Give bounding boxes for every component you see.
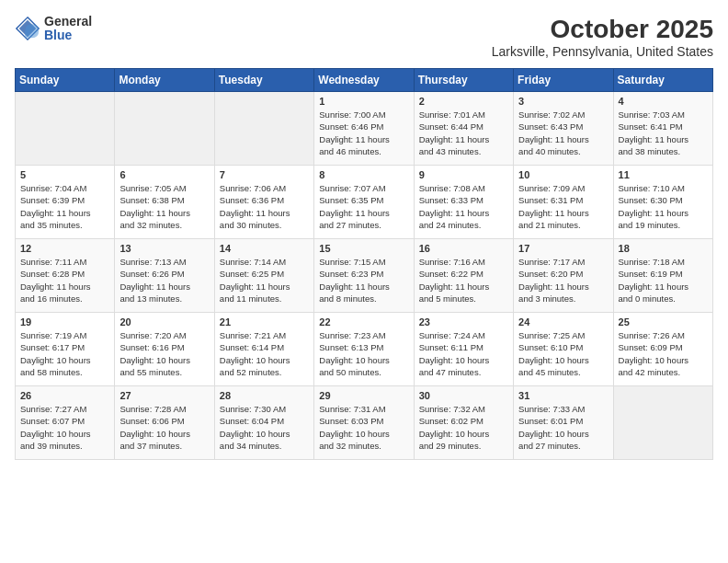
calendar-cell: 1Sunrise: 7:00 AMSunset: 6:46 PMDaylight… (314, 92, 414, 166)
calendar-week-row: 19Sunrise: 7:19 AMSunset: 6:17 PMDayligh… (16, 313, 713, 386)
day-number: 18 (619, 243, 708, 254)
logo-icon (15, 16, 40, 41)
cell-content: Sunrise: 7:18 AMSunset: 6:19 PMDaylight:… (619, 256, 708, 304)
day-header-wednesday: Wednesday (314, 69, 414, 92)
calendar-cell: 13Sunrise: 7:13 AMSunset: 6:26 PMDayligh… (115, 239, 214, 313)
calendar-cell: 20Sunrise: 7:20 AMSunset: 6:16 PMDayligh… (115, 313, 214, 386)
calendar-week-row: 12Sunrise: 7:11 AMSunset: 6:28 PMDayligh… (16, 239, 713, 313)
day-number: 21 (220, 316, 309, 327)
calendar-cell: 27Sunrise: 7:28 AMSunset: 6:06 PMDayligh… (115, 386, 214, 460)
cell-content: Sunrise: 7:31 AMSunset: 6:03 PMDaylight:… (319, 403, 408, 452)
day-number: 15 (319, 243, 408, 254)
calendar-cell: 21Sunrise: 7:21 AMSunset: 6:14 PMDayligh… (214, 313, 313, 386)
calendar-cell: 11Sunrise: 7:10 AMSunset: 6:30 PMDayligh… (613, 166, 712, 239)
calendar-table: SundayMondayTuesdayWednesdayThursdayFrid… (15, 68, 713, 460)
logo-general: General (44, 15, 92, 29)
day-number: 8 (319, 169, 408, 180)
calendar-cell: 8Sunrise: 7:07 AMSunset: 6:35 PMDaylight… (314, 166, 414, 239)
day-number: 1 (319, 96, 408, 107)
calendar-cell: 5Sunrise: 7:04 AMSunset: 6:39 PMDaylight… (16, 166, 115, 239)
day-number: 16 (419, 243, 508, 254)
day-number: 28 (220, 390, 309, 401)
day-number: 27 (119, 390, 209, 401)
calendar-cell (115, 92, 214, 166)
title-block: October 2025 Larksville, Pennsylvania, U… (492, 15, 713, 59)
calendar-cell: 2Sunrise: 7:01 AMSunset: 6:44 PMDaylight… (414, 92, 513, 166)
cell-content: Sunrise: 7:08 AMSunset: 6:33 PMDaylight:… (419, 182, 508, 231)
calendar-cell: 29Sunrise: 7:31 AMSunset: 6:03 PMDayligh… (314, 386, 414, 460)
calendar-week-row: 5Sunrise: 7:04 AMSunset: 6:39 PMDaylight… (16, 166, 713, 239)
calendar-cell: 19Sunrise: 7:19 AMSunset: 6:17 PMDayligh… (16, 313, 115, 386)
cell-content: Sunrise: 7:01 AMSunset: 6:44 PMDaylight:… (419, 109, 508, 157)
logo: General Blue (15, 15, 92, 43)
cell-content: Sunrise: 7:17 AMSunset: 6:20 PMDaylight:… (518, 256, 608, 304)
logo-blue: Blue (44, 29, 92, 42)
day-number: 24 (518, 316, 608, 327)
calendar-cell (214, 92, 313, 166)
logo-text: General Blue (44, 15, 92, 43)
cell-content: Sunrise: 7:10 AMSunset: 6:30 PMDaylight:… (619, 182, 708, 231)
calendar-cell: 24Sunrise: 7:25 AMSunset: 6:10 PMDayligh… (514, 313, 613, 386)
calendar-cell: 26Sunrise: 7:27 AMSunset: 6:07 PMDayligh… (16, 386, 115, 460)
day-number: 13 (119, 243, 209, 254)
calendar-header-row: SundayMondayTuesdayWednesdayThursdayFrid… (16, 69, 713, 92)
cell-content: Sunrise: 7:05 AMSunset: 6:38 PMDaylight:… (119, 182, 209, 231)
day-number: 5 (20, 169, 109, 180)
cell-content: Sunrise: 7:02 AMSunset: 6:43 PMDaylight:… (518, 109, 608, 157)
cell-content: Sunrise: 7:16 AMSunset: 6:22 PMDaylight:… (419, 256, 508, 304)
cell-content: Sunrise: 7:20 AMSunset: 6:16 PMDaylight:… (119, 329, 209, 378)
calendar-cell: 23Sunrise: 7:24 AMSunset: 6:11 PMDayligh… (414, 313, 513, 386)
cell-content: Sunrise: 7:04 AMSunset: 6:39 PMDaylight:… (20, 182, 109, 231)
cell-content: Sunrise: 7:09 AMSunset: 6:31 PMDaylight:… (518, 182, 608, 231)
calendar-cell: 28Sunrise: 7:30 AMSunset: 6:04 PMDayligh… (214, 386, 313, 460)
cell-content: Sunrise: 7:32 AMSunset: 6:02 PMDaylight:… (419, 403, 508, 452)
calendar-cell: 22Sunrise: 7:23 AMSunset: 6:13 PMDayligh… (314, 313, 414, 386)
cell-content: Sunrise: 7:11 AMSunset: 6:28 PMDaylight:… (20, 256, 109, 304)
cell-content: Sunrise: 7:15 AMSunset: 6:23 PMDaylight:… (319, 256, 408, 304)
calendar-cell: 25Sunrise: 7:26 AMSunset: 6:09 PMDayligh… (613, 313, 712, 386)
calendar-cell: 3Sunrise: 7:02 AMSunset: 6:43 PMDaylight… (514, 92, 613, 166)
calendar-cell: 10Sunrise: 7:09 AMSunset: 6:31 PMDayligh… (514, 166, 613, 239)
calendar-cell: 12Sunrise: 7:11 AMSunset: 6:28 PMDayligh… (16, 239, 115, 313)
calendar-cell (16, 92, 115, 166)
cell-content: Sunrise: 7:23 AMSunset: 6:13 PMDaylight:… (319, 329, 408, 378)
cell-content: Sunrise: 7:30 AMSunset: 6:04 PMDaylight:… (220, 403, 309, 452)
calendar-cell: 4Sunrise: 7:03 AMSunset: 6:41 PMDaylight… (613, 92, 712, 166)
day-number: 31 (518, 390, 608, 401)
cell-content: Sunrise: 7:21 AMSunset: 6:14 PMDaylight:… (220, 329, 309, 378)
day-number: 10 (518, 169, 608, 180)
day-number: 12 (20, 243, 109, 254)
day-number: 6 (119, 169, 209, 180)
calendar-title: October 2025 (492, 15, 713, 44)
calendar-cell: 6Sunrise: 7:05 AMSunset: 6:38 PMDaylight… (115, 166, 214, 239)
cell-content: Sunrise: 7:19 AMSunset: 6:17 PMDaylight:… (20, 329, 109, 378)
day-number: 25 (619, 316, 708, 327)
calendar-week-row: 26Sunrise: 7:27 AMSunset: 6:07 PMDayligh… (16, 386, 713, 460)
cell-content: Sunrise: 7:00 AMSunset: 6:46 PMDaylight:… (319, 109, 408, 157)
day-number: 7 (220, 169, 309, 180)
cell-content: Sunrise: 7:13 AMSunset: 6:26 PMDaylight:… (119, 256, 209, 304)
day-number: 4 (619, 96, 708, 107)
cell-content: Sunrise: 7:24 AMSunset: 6:11 PMDaylight:… (419, 329, 508, 378)
page-header: General Blue October 2025 Larksville, Pe… (15, 15, 713, 59)
day-number: 11 (619, 169, 708, 180)
calendar-cell: 18Sunrise: 7:18 AMSunset: 6:19 PMDayligh… (613, 239, 712, 313)
calendar-cell: 9Sunrise: 7:08 AMSunset: 6:33 PMDaylight… (414, 166, 513, 239)
day-number: 17 (518, 243, 608, 254)
cell-content: Sunrise: 7:03 AMSunset: 6:41 PMDaylight:… (619, 109, 708, 157)
day-header-sunday: Sunday (16, 69, 115, 92)
cell-content: Sunrise: 7:33 AMSunset: 6:01 PMDaylight:… (518, 403, 608, 452)
day-header-tuesday: Tuesday (214, 69, 313, 92)
calendar-cell (613, 386, 712, 460)
calendar-week-row: 1Sunrise: 7:00 AMSunset: 6:46 PMDaylight… (16, 92, 713, 166)
day-number: 22 (319, 316, 408, 327)
day-number: 2 (419, 96, 508, 107)
day-header-thursday: Thursday (414, 69, 513, 92)
cell-content: Sunrise: 7:27 AMSunset: 6:07 PMDaylight:… (20, 403, 109, 452)
day-number: 26 (20, 390, 109, 401)
cell-content: Sunrise: 7:25 AMSunset: 6:10 PMDaylight:… (518, 329, 608, 378)
day-number: 29 (319, 390, 408, 401)
day-number: 23 (419, 316, 508, 327)
calendar-cell: 16Sunrise: 7:16 AMSunset: 6:22 PMDayligh… (414, 239, 513, 313)
cell-content: Sunrise: 7:26 AMSunset: 6:09 PMDaylight:… (619, 329, 708, 378)
